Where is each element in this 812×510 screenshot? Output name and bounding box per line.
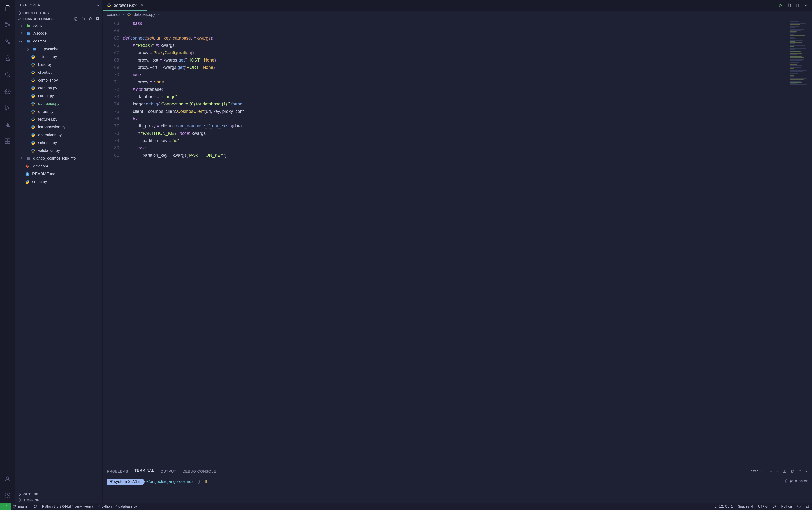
activity-extensions-icon[interactable] <box>0 134 15 148</box>
minimap[interactable] <box>789 19 812 466</box>
py-icon <box>31 148 36 153</box>
chevron-down-icon[interactable]: ⌄ <box>777 470 779 473</box>
code-editor[interactable]: pass def connect(self, url, key, databas… <box>123 19 789 466</box>
status-remote-icon[interactable] <box>0 503 11 510</box>
close-panel-icon[interactable]: × <box>805 469 808 473</box>
tree-item-label: .venv <box>33 23 42 28</box>
status-indentation[interactable]: Spaces: 4 <box>735 504 755 508</box>
tree-folder[interactable]: .vscode <box>14 30 102 37</box>
kill-terminal-icon[interactable] <box>790 469 794 473</box>
tree-item-label: django_cosmos.egg-info <box>33 156 76 161</box>
tree-item-label: cursor.py <box>38 94 54 98</box>
terminal-selector[interactable]: 1: zsh ⌄ <box>747 468 765 474</box>
tree-file[interactable]: cursor.py <box>14 92 102 100</box>
tree-file[interactable]: errors.py <box>14 108 102 115</box>
tree-file[interactable]: client.py <box>14 68 102 77</box>
outline-section[interactable]: OUTLINE <box>14 491 102 497</box>
breadcrumb[interactable]: cosmos › database.py › ... <box>103 11 812 19</box>
status-eol[interactable]: LF <box>770 504 779 508</box>
status-linter[interactable]: ✓ python | ✓ database.py <box>95 503 140 510</box>
py-icon <box>31 54 36 59</box>
terminal-prompt-path: ~/projects/django-cosmos <box>146 479 194 484</box>
activity-test-icon[interactable] <box>0 51 15 65</box>
status-language-mode[interactable]: Python <box>779 504 794 508</box>
tree-folder[interactable]: .venv <box>14 22 102 30</box>
project-section[interactable]: DJANGO-COSMOS <box>14 16 102 22</box>
breadcrumb-file[interactable]: database.py <box>134 12 155 17</box>
tree-file[interactable]: creation.py <box>14 84 102 92</box>
tree-item-label: features.py <box>38 117 57 121</box>
status-python-interpreter[interactable]: Python 3.8.2 64-bit ('.venv': venv) <box>40 503 95 510</box>
activity-azure-icon[interactable] <box>0 117 15 132</box>
terminal-selector-label: 1: zsh <box>749 469 758 473</box>
tree-file[interactable]: schema.py <box>14 139 102 147</box>
line-number-gutter: 63646566676869707172737475767778798081 <box>103 19 123 466</box>
activity-explorer-icon[interactable] <box>0 1 14 16</box>
tree-item-label: .gitignore <box>32 164 48 168</box>
breadcrumb-folder[interactable]: cosmos <box>107 12 120 17</box>
tree-folder[interactable]: django_cosmos.egg-info <box>14 154 102 162</box>
activity-settings-icon[interactable] <box>0 488 15 503</box>
cursor-icon: ▯ <box>205 479 207 484</box>
new-terminal-icon[interactable]: ＋ <box>769 469 773 474</box>
maximize-panel-icon[interactable]: ⌃ <box>798 469 802 473</box>
collapse-all-icon[interactable] <box>96 17 100 21</box>
tree-file[interactable]: features.py <box>14 115 102 123</box>
panel-tab-problems[interactable]: PROBLEMS <box>107 469 128 473</box>
panel-tab-terminal[interactable]: TERMINAL <box>135 468 154 474</box>
diff-icon[interactable] <box>787 3 792 8</box>
tree-item-label: __init__.py <box>38 55 57 59</box>
activity-copilot-icon[interactable] <box>0 84 15 98</box>
panel-tab-output[interactable]: OUTPUT <box>161 469 176 473</box>
status-notifications-icon[interactable] <box>803 504 812 508</box>
tree-item-label: setup.py <box>32 180 47 184</box>
timeline-section[interactable]: TIMELINE <box>14 497 102 503</box>
tree-file[interactable]: setup.py <box>14 178 102 186</box>
status-sync-icon[interactable] <box>31 503 40 510</box>
tab-close-icon[interactable]: × <box>141 3 143 8</box>
activity-account-icon[interactable] <box>0 472 15 486</box>
tree-file[interactable]: introspection.py <box>14 123 102 131</box>
tree-file[interactable]: validation.py <box>14 147 102 154</box>
timeline-label: TIMELINE <box>23 498 39 502</box>
tree-file[interactable]: operations.py <box>14 131 102 139</box>
tree-file[interactable]: base.py <box>14 61 102 68</box>
tree-folder[interactable]: __pycache__ <box>14 45 102 53</box>
svg-point-22 <box>790 480 791 481</box>
status-encoding[interactable]: UTF-8 <box>755 504 770 508</box>
py-icon <box>31 62 36 67</box>
explorer-more-icon[interactable]: ⋯ <box>95 3 99 7</box>
run-icon[interactable] <box>778 3 782 7</box>
tree-file[interactable]: __init__.py <box>14 53 102 61</box>
activity-run-debug-icon[interactable] <box>0 101 15 115</box>
tree-file[interactable]: compiler.py <box>14 77 102 84</box>
open-editors-section[interactable]: OPEN EDITORS <box>14 10 102 16</box>
status-git-branch[interactable]: master <box>11 503 31 510</box>
activity-settings-gears-icon[interactable] <box>0 34 15 49</box>
python-file-icon <box>107 3 111 8</box>
new-file-icon[interactable] <box>74 17 78 21</box>
editor-area: database.py × ⋯ cosmos › database.py › <box>103 0 812 503</box>
status-cursor-position[interactable]: Ln 12, Col 1 <box>712 504 735 508</box>
split-terminal-icon[interactable] <box>783 469 787 473</box>
activity-source-control-icon[interactable] <box>0 18 15 32</box>
status-feedback-icon[interactable] <box>794 504 803 508</box>
tree-file[interactable]: database.py <box>14 100 102 108</box>
svg-rect-9 <box>5 139 7 141</box>
tree-folder[interactable]: cosmos <box>14 37 102 45</box>
breadcrumb-symbol[interactable]: ... <box>161 12 165 17</box>
refresh-icon[interactable] <box>89 17 92 21</box>
new-folder-icon[interactable] <box>81 17 85 21</box>
activity-search-icon[interactable] <box>0 67 15 82</box>
panel-tab-debug-console[interactable]: DEBUG CONSOLE <box>182 469 216 473</box>
svg-point-0 <box>5 23 7 24</box>
tree-file[interactable]: .gitignore <box>14 162 102 170</box>
git-icon <box>25 164 30 169</box>
status-branch-name: master <box>18 504 29 508</box>
tree-file[interactable]: iREADME.md <box>14 170 102 178</box>
tab-more-icon[interactable]: ⋯ <box>805 3 809 7</box>
terminal[interactable]: ✱ system 2.7.15 ~/projects/django-cosmos… <box>103 476 812 503</box>
editor-tab-database[interactable]: database.py × <box>103 0 147 11</box>
split-editor-icon[interactable] <box>796 3 801 7</box>
prompt-caret-icon: ❯ <box>198 479 201 484</box>
